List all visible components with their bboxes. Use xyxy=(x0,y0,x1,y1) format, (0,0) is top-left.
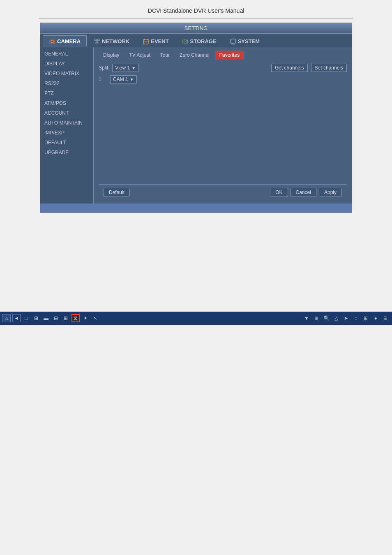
tab-camera[interactable]: CAMERA xyxy=(43,35,87,47)
lock-icon[interactable]: ⊟ xyxy=(381,314,390,322)
camera-icon xyxy=(49,38,55,44)
sidebar-item-atm-pos[interactable]: ATM/POS xyxy=(40,98,93,108)
sub-tabs: Display TV Adjust Tour Zero Channel Favo… xyxy=(99,51,347,60)
svg-rect-4 xyxy=(96,42,98,44)
taskbar: ⌂ ◄ □ ⊞ ▬ ⊟ ⊞ ⊠ ✦ ↖ ▼ ⊕ 🔍 △ ➤ ↕ ⊞ ● ⊟ xyxy=(0,312,392,325)
tab-storage[interactable]: STORAGE xyxy=(176,35,223,47)
search-icon[interactable]: 🔍 xyxy=(322,314,330,322)
ok-button[interactable]: OK xyxy=(270,188,288,197)
svg-rect-2 xyxy=(95,39,97,41)
tab-system-label: SYSTEM xyxy=(238,38,260,44)
play-icon[interactable]: ▼ xyxy=(302,314,311,322)
sidebar-item-rs232[interactable]: RS232 xyxy=(40,79,93,88)
tab-network[interactable]: NETWORK xyxy=(88,35,136,47)
sidebar-item-ptz[interactable]: PTZ xyxy=(40,88,93,98)
cam-dropdown[interactable]: CAM 1 ▼ xyxy=(110,75,137,83)
tab-event-label: EVENT xyxy=(151,38,168,44)
svg-rect-1 xyxy=(50,40,55,44)
svg-rect-11 xyxy=(183,40,188,43)
view8-icon[interactable]: ▬ xyxy=(42,314,50,322)
back-icon[interactable]: ◄ xyxy=(12,314,21,322)
sidebar-item-imp-exp[interactable]: IMP/EXP xyxy=(40,128,93,138)
svg-rect-3 xyxy=(97,39,99,41)
svg-line-5 xyxy=(95,41,97,42)
svg-rect-7 xyxy=(143,39,148,44)
sidebar-item-upgrade[interactable]: UPGRADE xyxy=(40,148,93,157)
cam-dropdown-arrow: ▼ xyxy=(130,77,134,82)
content-rows: Split View 1 ▼ Get channels Set channels… xyxy=(99,64,347,184)
tab-system[interactable]: SYSTEM xyxy=(224,35,266,47)
tab-storage-label: STORAGE xyxy=(190,38,217,44)
main-panel: Display TV Adjust Tour Zero Channel Favo… xyxy=(94,47,352,204)
settings-dialog: SETTING CAMERA xyxy=(40,23,352,213)
nav-tabs: CAMERA NETWORK xyxy=(40,34,352,47)
storage-icon xyxy=(182,38,189,45)
channel-number: 1 xyxy=(99,76,107,82)
content-area: GENERAL DISPLAY VIDEO MATRIX RS232 PTZ A… xyxy=(40,47,352,204)
network-status-icon[interactable]: ⊕ xyxy=(312,314,321,322)
bottom-bar: Default OK Cancel Apply xyxy=(99,184,347,200)
system-icon xyxy=(230,38,236,45)
cursor-icon[interactable]: ↖ xyxy=(91,314,99,322)
network-icon xyxy=(94,38,100,45)
sidebar-item-general[interactable]: GENERAL xyxy=(40,49,93,59)
apply-button[interactable]: Apply xyxy=(319,188,342,197)
split-row: Split View 1 ▼ Get channels Set channels xyxy=(99,64,347,72)
get-channels-button[interactable]: Get channels xyxy=(271,64,308,72)
tab-network-label: NETWORK xyxy=(102,38,129,44)
sub-tab-tv-adjust[interactable]: TV Adjust xyxy=(125,51,154,60)
tab-camera-label: CAMERA xyxy=(57,38,81,44)
forward-icon[interactable]: ➤ xyxy=(342,314,350,322)
default-button[interactable]: Default xyxy=(104,188,130,197)
alert-icon[interactable]: △ xyxy=(332,314,340,322)
special-icon[interactable]: ✦ xyxy=(81,314,90,322)
set-channels-button[interactable]: Set channels xyxy=(311,64,347,72)
split-dropdown[interactable]: View 1 ▼ xyxy=(112,64,138,72)
sub-tab-display[interactable]: Display xyxy=(99,51,124,60)
split-dropdown-arrow: ▼ xyxy=(131,66,136,70)
cam-value: CAM 1 xyxy=(113,76,128,82)
page-title: DCVI Standalone DVR User's Manual xyxy=(0,0,392,18)
svg-point-0 xyxy=(51,40,53,43)
record-icon[interactable]: ● xyxy=(371,314,380,322)
footer-bar xyxy=(40,204,352,213)
split-value: View 1 xyxy=(115,65,130,71)
event-icon xyxy=(143,38,149,45)
svg-rect-14 xyxy=(231,39,235,43)
exchange-icon[interactable]: ↕ xyxy=(352,314,360,322)
taskbar-left: ⌂ ◄ □ ⊞ ▬ ⊟ ⊞ ⊠ ✦ ↖ xyxy=(2,314,99,322)
svg-line-6 xyxy=(97,41,99,42)
dialog-titlebar: SETTING xyxy=(40,23,352,34)
view9-icon[interactable]: ⊟ xyxy=(52,314,60,322)
home-icon[interactable]: ⌂ xyxy=(2,314,11,322)
tab-event[interactable]: EVENT xyxy=(136,35,175,47)
sidebar-item-auto-maintain[interactable]: AUTO MAINTAIN xyxy=(40,118,93,128)
sidebar-item-default[interactable]: DEFAULT xyxy=(40,138,93,148)
sidebar-item-account[interactable]: ACCOUNT xyxy=(40,108,93,118)
sub-tab-tour[interactable]: Tour xyxy=(156,51,174,60)
sidebar: GENERAL DISPLAY VIDEO MATRIX RS232 PTZ A… xyxy=(40,47,94,204)
sidebar-item-display[interactable]: DISPLAY xyxy=(40,59,93,69)
svg-point-13 xyxy=(186,40,187,41)
cancel-button[interactable]: Cancel xyxy=(291,188,316,197)
grid-icon[interactable]: ⊞ xyxy=(362,314,370,322)
split-label: Split xyxy=(99,65,108,71)
sub-tab-zero-channel[interactable]: Zero Channel xyxy=(175,51,214,60)
channel-row: 1 CAM 1 ▼ xyxy=(99,75,347,83)
view1-icon[interactable]: □ xyxy=(22,314,30,322)
selected-view-icon[interactable]: ⊠ xyxy=(71,314,80,322)
view16-icon[interactable]: ⊞ xyxy=(62,314,70,322)
taskbar-right: ▼ ⊕ 🔍 △ ➤ ↕ ⊞ ● ⊟ xyxy=(302,314,390,322)
right-buttons: OK Cancel Apply xyxy=(270,188,342,197)
sidebar-item-video-matrix[interactable]: VIDEO MATRIX xyxy=(40,69,93,79)
view4-icon[interactable]: ⊞ xyxy=(32,314,40,322)
sub-tab-favorites[interactable]: Favorites xyxy=(215,51,244,60)
